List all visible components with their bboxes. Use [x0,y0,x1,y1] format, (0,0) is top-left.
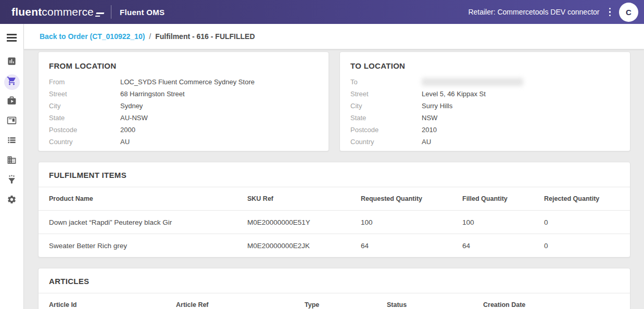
active-item-highlight [4,74,20,90]
articles-title: ARTICLES [49,277,620,286]
fluentcommerce-logo[interactable]: fluentcommerce [0,6,104,19]
list-icon [7,135,17,147]
card-panel-icon [7,115,17,127]
cell-requested-quantity: 100 [361,218,462,226]
cell-product-name: Down jacket “Rapdi” Peuterey black Gir [49,218,247,226]
sidebar-item-fulfilments[interactable] [0,92,24,112]
field-label: City [49,102,120,110]
redacted-value [422,78,523,86]
sidebar-item-payments[interactable] [0,112,24,132]
field-value: 68 Harringston Street [120,90,185,98]
table-header-row: Product Name SKU Ref Requested Quantity … [39,187,630,210]
cell-sku-ref: M0E20000000E51Y [247,218,361,226]
field-country: Country AU [49,136,318,148]
col-article-ref: Article Ref [176,301,305,308]
field-country: Country AU [350,136,620,148]
field-city: City Surry Hills [350,100,620,112]
field-label: State [350,114,422,122]
field-value: AU [422,138,431,146]
table-row[interactable]: Sweater Better Rich grey M0E20000000E2JK… [39,234,630,257]
user-avatar[interactable]: C [619,3,638,22]
field-value: NSW [422,114,437,122]
col-status: Status [387,301,483,308]
fulfilment-items-card: FULFILMENT ITEMS Product Name SKU Ref Re… [38,162,630,258]
field-postcode: Postcode 2010 [350,124,620,136]
briefcase-play-icon [7,96,17,108]
page-content: FROM LOCATION From LOC_SYDS Fluent Comme… [24,49,644,309]
field-label: State [49,114,120,122]
cell-sku-ref: M0E20000000E2JK [247,242,361,250]
field-value: 2010 [422,126,437,134]
shopping-cart-icon [7,76,17,88]
cell-filled-quantity: 100 [462,218,544,226]
breadcrumb-separator: / [149,32,151,41]
app-bar: fluentcommerce Fluent OMS Retailer: Comm… [0,0,644,24]
sidebar [0,24,24,309]
breadcrumb: Back to Order (CT_010922_10) / Fulfilmen… [24,24,644,49]
field-value: Level 5, 46 Kippax St [422,90,486,98]
table-header-row: Article Id Article Ref Type Status Creat… [39,293,630,309]
table-row[interactable]: Down jacket “Rapdi” Peuterey black Gir M… [39,210,630,234]
cell-product-name: Sweater Better Rich grey [49,242,247,250]
cell-rejected-quantity: 0 [544,218,620,226]
cell-rejected-quantity: 0 [544,242,620,250]
cell-requested-quantity: 64 [361,242,462,250]
sidebar-item-dashboard[interactable] [0,53,24,72]
col-creation-date: Creation Date [483,301,620,308]
to-location-card: TO LOCATION To Street Level 5, 46 Kippax… [339,52,630,151]
field-value: AU-NSW [120,114,148,122]
field-label: Postcode [49,126,120,134]
fluent-logo-mark-icon [95,12,105,17]
field-city: City Sydney [49,100,318,112]
col-article-id: Article Id [49,301,176,308]
hamburger-menu-icon[interactable] [4,31,19,44]
field-street: Street 68 Harringston Street [49,88,318,100]
breadcrumb-current: Fulfilment - 616 - FULFILLED [155,32,255,41]
field-label: To [350,78,422,86]
sidebar-item-locations[interactable] [0,151,24,171]
appbar-divider [111,5,111,19]
col-sku-ref: SKU Ref [247,195,361,202]
sidebar-item-settings[interactable] [0,191,24,211]
logo-text-primary: fluent [11,6,42,18]
articles-card: ARTICLES Article Id Article Ref Type Sta… [38,268,630,309]
logo-text-secondary: commerce [42,6,94,18]
field-label: Country [49,138,120,146]
from-location-card: FROM LOCATION From LOC_SYDS Fluent Comme… [38,52,329,151]
to-location-title: TO LOCATION [350,61,620,70]
app-title: Fluent OMS [120,8,165,17]
from-location-title: FROM LOCATION [49,61,318,70]
col-type: Type [305,301,387,308]
fulfilment-items-title: FULFILMENT ITEMS [49,171,620,179]
field-value: LOC_SYDS Fluent Commerce Sydney Store [120,78,255,86]
col-requested-quantity: Requested Quantity [361,195,462,202]
field-label: From [49,78,120,86]
gear-icon [7,195,17,207]
field-state: State NSW [350,112,620,124]
field-value: Sydney [120,102,143,110]
back-to-order-link[interactable]: Back to Order (CT_010922_10) [40,32,145,41]
kebab-menu-icon[interactable] [606,5,614,20]
field-label: Street [350,90,422,98]
field-value: 2000 [120,126,135,134]
sidebar-item-inventory[interactable] [0,132,24,151]
field-label: City [350,102,422,110]
retailer-label: Retailer: Commercetools DEV connector [468,8,599,16]
field-to: To [350,76,620,88]
sidebar-item-orders[interactable] [0,72,24,92]
col-product-name: Product Name [49,195,247,202]
col-filled-quantity: Filled Quantity [462,195,544,202]
building-icon [7,155,17,167]
bar-chart-icon [7,56,17,68]
field-postcode: Postcode 2000 [49,124,318,136]
col-rejected-quantity: Rejected Quantity [544,195,620,202]
filter-sparkle-icon [7,175,17,187]
sidebar-item-rules[interactable] [0,171,24,191]
field-label: Postcode [350,126,422,134]
field-value: AU [120,138,130,146]
field-label: Country [350,138,422,146]
cell-filled-quantity: 64 [462,242,544,250]
field-label: Street [49,90,120,98]
field-street: Street Level 5, 46 Kippax St [350,88,620,100]
field-from: From LOC_SYDS Fluent Commerce Sydney Sto… [49,76,318,88]
